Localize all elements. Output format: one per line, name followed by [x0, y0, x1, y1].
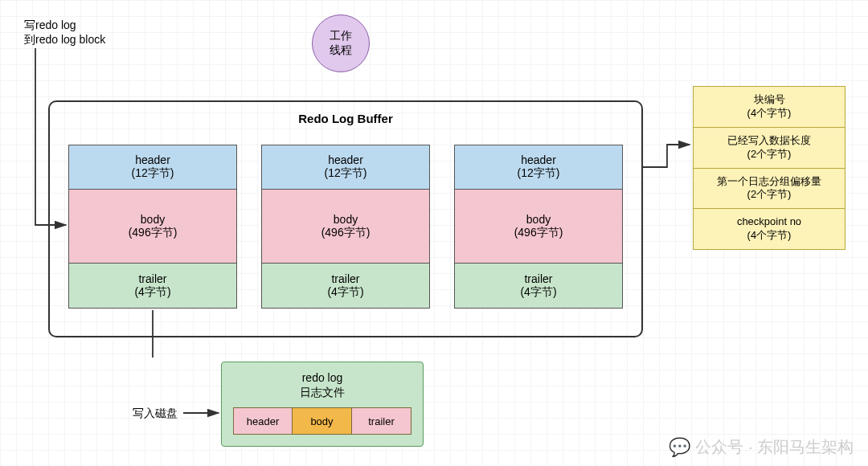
field-block-no: 块编号 (4个字节) — [693, 86, 845, 128]
block1-trailer-label: trailer — [138, 272, 166, 285]
block1-trailer: trailer (4字节) — [68, 264, 237, 309]
buffer-block-3: header (12字节) body (496字节) trailer (4字节) — [454, 145, 623, 309]
watermark: 💬 公众号 · 东阳马生架构 — [669, 436, 854, 458]
watermark-text: 公众号 · 东阳马生架构 — [695, 436, 854, 458]
field-checkpoint-no: checkpoint no (4个字节) — [693, 209, 845, 250]
worker-thread-node: 工作 线程 — [312, 14, 370, 72]
worker-line2: 线程 — [330, 43, 352, 58]
buffer-block-2: header (12字节) body (496字节) trailer (4字节) — [261, 145, 430, 309]
wechat-icon: 💬 — [669, 437, 690, 458]
block3-body: body (496字节) — [454, 190, 623, 264]
note-write-redo: 写redo log 到redo log block — [24, 18, 105, 47]
buffer-title: Redo Log Buffer — [50, 112, 641, 125]
field-data-length: 已经写入数据长度 (2个字节) — [693, 128, 845, 169]
note-write-line1: 写redo log — [24, 18, 105, 32]
block3-header: header (12字节) — [454, 145, 623, 190]
redo-log-file-box: redo log 日志文件 header body trailer — [221, 362, 424, 447]
file-cell-body: body — [293, 407, 352, 435]
block1-body-size: (496字节) — [129, 226, 178, 240]
block1-header: header (12字节) — [68, 145, 237, 190]
worker-line1: 工作 — [330, 29, 352, 43]
file-cell-trailer: trailer — [352, 407, 411, 435]
block1-trailer-size: (4字节) — [134, 285, 170, 300]
field-group-offset: 第一个日志分组偏移量 (2个字节) — [693, 169, 845, 210]
buffer-block-1: header (12字节) body (496字节) trailer (4字节) — [68, 145, 237, 309]
block1-header-size: (12字节) — [132, 166, 174, 181]
header-fields-table: 块编号 (4个字节) 已经写入数据长度 (2个字节) 第一个日志分组偏移量 (2… — [693, 86, 845, 250]
block1-header-label: header — [135, 153, 170, 166]
block2-trailer: trailer (4字节) — [261, 264, 430, 309]
block2-body: body (496字节) — [261, 190, 430, 264]
label-write-disk: 写入磁盘 — [133, 406, 178, 420]
note-write-line2: 到redo log block — [24, 32, 105, 47]
file-title: redo log 日志文件 — [233, 370, 411, 399]
file-cell-header: header — [233, 407, 293, 435]
block1-body-label: body — [141, 213, 165, 226]
block2-header: header (12字节) — [261, 145, 430, 190]
file-row: header body trailer — [233, 407, 411, 435]
block3-trailer: trailer (4字节) — [454, 264, 623, 309]
block1-body: body (496字节) — [68, 190, 237, 264]
